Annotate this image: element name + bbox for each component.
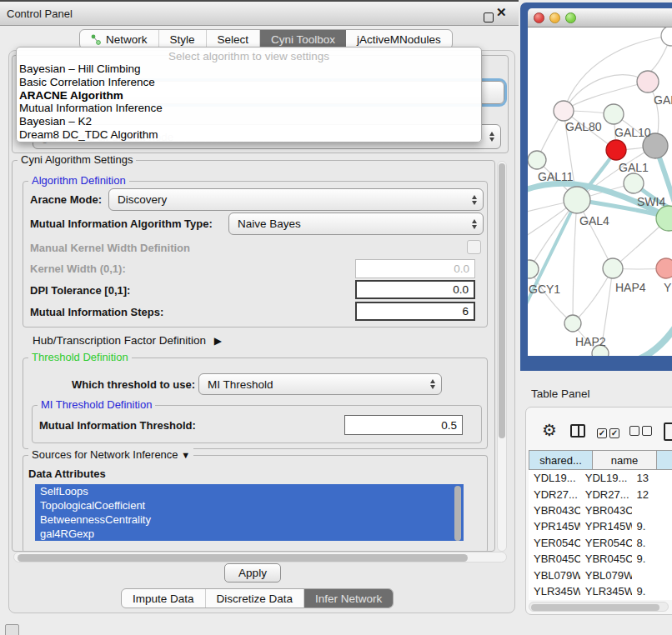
network-graph: GAL7GAL80GAL10GAL1GAL11SWI4GAL4GCY1HAP4Y…	[528, 28, 672, 356]
network-node-gal1[interactable]	[606, 140, 626, 160]
table-hscrollbar-thumb[interactable]	[531, 604, 659, 611]
hub-definition-toggle[interactable]: Hub/Transcription Factor Definition ▶	[33, 334, 222, 347]
table-cell: 8.	[632, 537, 672, 549]
columns-icon[interactable]	[570, 424, 585, 438]
mi-steps-label: Mutual Information Steps:	[30, 306, 163, 318]
deselect-all-checkboxes-icon[interactable]	[629, 426, 652, 438]
table-row[interactable]: YDR27...YDR27...12	[529, 486, 672, 502]
settings-vscrollbar-thumb[interactable]	[499, 163, 505, 438]
network-node-y[interactable]	[656, 258, 672, 278]
close-traffic-light[interactable]	[534, 12, 544, 23]
node-label: HAP4	[615, 281, 646, 294]
table-row[interactable]: YBR045CYBR045C9.	[529, 551, 672, 567]
collapsed-panel-icon[interactable]	[5, 624, 19, 635]
settings-hscrollbar[interactable]	[13, 552, 507, 562]
node-label: HAP2	[575, 335, 606, 348]
network-node-gal11[interactable]	[528, 151, 546, 169]
data-attributes-list[interactable]: SelfLoopsTopologicalCoefficientBetweenne…	[35, 484, 464, 544]
threshold-definition-group: Threshold Definition Which threshold to …	[23, 358, 488, 449]
attribute-list-item[interactable]: SelfLoops	[35, 484, 464, 498]
close-icon[interactable]: ✕	[496, 5, 507, 20]
network-node-gal4[interactable]	[564, 187, 590, 213]
stepper-icon	[472, 195, 477, 205]
table-hscrollbar[interactable]	[529, 602, 669, 612]
tab-discretize-data[interactable]: Discretize Data	[206, 589, 305, 608]
tab-impute-data[interactable]: Impute Data	[122, 589, 206, 608]
column-header-name[interactable]: name	[593, 450, 657, 470]
network-node-hap4[interactable]	[603, 258, 623, 278]
dpi-tolerance-input[interactable]: 0.0	[355, 280, 475, 299]
aracne-mode-combobox[interactable]: Discovery	[108, 188, 484, 211]
table-row[interactable]: YBR043CYBR043C	[529, 502, 672, 518]
tab-network[interactable]: Network	[80, 30, 159, 48]
dropdown-item[interactable]: Bayesian – Hill Climbing	[17, 62, 481, 76]
table-row[interactable]: YPR145WYPR145W9.	[529, 518, 672, 534]
network-node-hap2[interactable]	[564, 315, 581, 332]
network-node-gal80[interactable]	[554, 101, 574, 121]
dropdown-item-selected[interactable]: ARACNE Algorithm	[17, 89, 481, 102]
mi-type-label: Mutual Information Algorithm Type:	[30, 218, 213, 230]
table-row[interactable]: YER054CYER054C8.	[529, 535, 672, 551]
settings-vscrollbar[interactable]	[497, 161, 507, 552]
which-threshold-combobox[interactable]: MI Threshold	[198, 373, 442, 395]
maximize-traffic-light[interactable]	[565, 12, 576, 23]
table-cell: YDL19...	[529, 472, 580, 484]
mi-steps-input[interactable]: 6	[355, 302, 475, 321]
table-cell: YDL19...	[580, 472, 632, 484]
mi-threshold-input[interactable]: 0.5	[344, 415, 463, 435]
dropdown-item[interactable]: Dream8 DC_TDC Algorithm	[17, 128, 481, 142]
network-node-swi4[interactable]	[624, 173, 644, 193]
node-label: GCY1	[529, 282, 560, 296]
tab-cyni-toolbox[interactable]: Cyni Toolbox	[260, 30, 346, 48]
network-node[interactable]	[661, 28, 672, 46]
table-cell: YER054C	[580, 537, 632, 549]
table-cell: YBR045C	[529, 552, 580, 565]
network-node-gal10[interactable]	[604, 104, 624, 124]
gear-icon[interactable]: ⚙	[542, 422, 557, 438]
stepper-icon	[489, 132, 494, 142]
mi-type-combobox[interactable]: Naive Bayes	[228, 212, 484, 235]
table-header: shared... name	[529, 450, 672, 470]
network-node-gcy1[interactable]	[528, 260, 539, 278]
settings-hscrollbar-thumb[interactable]	[18, 554, 468, 562]
restore-icon[interactable]	[484, 12, 494, 22]
sources-title[interactable]: Sources for Network Inference ▼	[28, 448, 193, 461]
attribute-list-item[interactable]: gal4RGexp	[35, 527, 464, 541]
list-scrollbar[interactable]	[454, 486, 461, 541]
tab-select[interactable]: Select	[207, 30, 261, 48]
table-cell: YBR043C	[580, 504, 632, 517]
table-cell: YBL079W	[580, 569, 632, 582]
network-canvas[interactable]: GAL7GAL80GAL10GAL1GAL11SWI4GAL4GCY1HAP4Y…	[528, 28, 672, 356]
data-attributes-label: Data Attributes	[28, 468, 106, 480]
table-row[interactable]: YLR345WYLR345W9.	[529, 583, 672, 599]
network-icon	[91, 34, 102, 45]
tab-style[interactable]: Style	[159, 30, 207, 48]
tab-jactivemnodules[interactable]: jActiveMNodules	[346, 30, 452, 48]
network-node-gal7[interactable]	[637, 71, 659, 92]
minimize-traffic-light[interactable]	[549, 12, 560, 23]
attribute-list-item[interactable]: BetweennessCentrality	[35, 512, 464, 527]
dropdown-item[interactable]: Bayesian – K2	[17, 115, 481, 128]
select-all-checkboxes-icon[interactable]: ✓✓	[597, 426, 619, 438]
mi-threshold-label: Mutual Information Threshold:	[39, 419, 196, 432]
stepper-icon	[430, 379, 435, 389]
attribute-list-item[interactable]: TopologicalCoefficient	[35, 498, 464, 512]
stepper-icon	[472, 219, 477, 229]
column-header-extra[interactable]	[657, 450, 672, 470]
table-rows[interactable]: YDL19...YDL19...13YDR27...YDR27...12YBR0…	[529, 470, 672, 600]
table-row[interactable]: YDL19...YDL19...13	[529, 470, 672, 486]
column-header-shared[interactable]: shared...	[529, 450, 593, 470]
file-icon[interactable]	[664, 422, 672, 441]
kernel-width-input[interactable]: 0.0	[355, 259, 475, 278]
table-row[interactable]: YIL052CYIL052C9	[529, 599, 672, 600]
algorithm-dropdown-popup: Select algorithm to view settings Bayesi…	[16, 47, 482, 142]
table-cell: 9.	[632, 552, 672, 565]
manual-kernel-checkbox[interactable]	[467, 240, 481, 254]
node-label: GAL1	[619, 161, 649, 174]
table-row[interactable]: YBL079WYBL079W	[529, 567, 672, 582]
bottom-tabbar: Impute Data Discretize Data Infer Networ…	[121, 588, 394, 608]
tab-infer-network[interactable]: Infer Network	[304, 589, 393, 608]
dropdown-item[interactable]: Mutual Information Inference	[17, 102, 481, 115]
dropdown-item[interactable]: Basic Correlation Inference	[17, 76, 481, 89]
apply-button[interactable]: Apply	[224, 563, 281, 582]
